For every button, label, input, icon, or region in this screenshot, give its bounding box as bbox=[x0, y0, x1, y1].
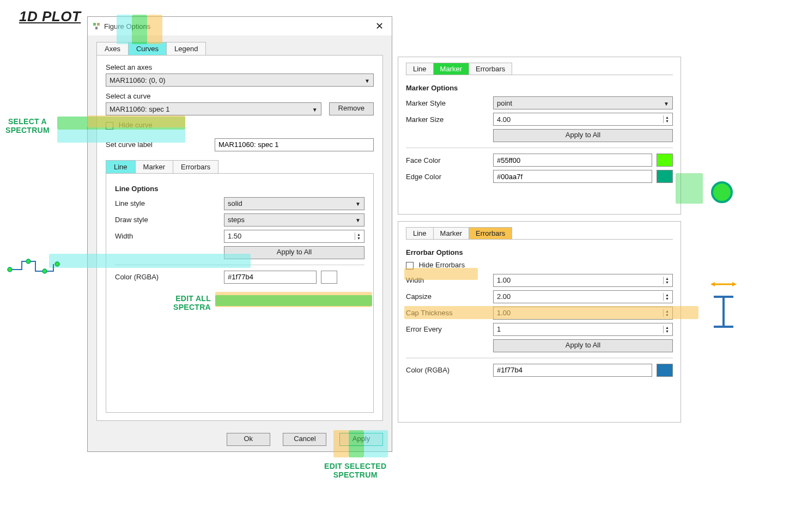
hide-errorbars-checkbox[interactable] bbox=[406, 262, 414, 270]
spinner-buttons[interactable]: ▲▼ bbox=[663, 293, 669, 301]
ok-button[interactable]: Ok bbox=[227, 433, 270, 446]
error-every-spinner[interactable]: 1 ▲▼ bbox=[493, 323, 673, 336]
line-options-heading: Line Options bbox=[115, 185, 364, 193]
line-style-dropdown[interactable]: solid bbox=[224, 197, 364, 210]
hide-curve-label: Hide curve bbox=[119, 121, 153, 129]
subtab-marker[interactable]: Marker bbox=[135, 160, 173, 173]
spinner-buttons[interactable]: ▲▼ bbox=[355, 233, 361, 240]
tab-curves-label: Curves bbox=[136, 45, 159, 53]
annotation-edit-all: EDIT ALL SPECTRA bbox=[151, 294, 211, 311]
marker-apply-all-button[interactable]: Apply to All bbox=[493, 129, 673, 142]
cancel-button[interactable]: Cancel bbox=[283, 433, 326, 446]
svg-point-7 bbox=[712, 182, 732, 202]
line-apply-all-button[interactable]: Apply to All bbox=[224, 246, 364, 259]
hide-curve-checkbox[interactable] bbox=[106, 122, 113, 130]
tab-legend[interactable]: Legend bbox=[166, 42, 206, 55]
error-color-swatch[interactable] bbox=[657, 364, 673, 377]
marker-tab-line[interactable]: Line bbox=[406, 63, 434, 75]
remove-button[interactable]: Remove bbox=[329, 102, 374, 115]
draw-style-dropdown[interactable]: steps bbox=[224, 213, 364, 227]
marker-style-label: Marker Style bbox=[406, 99, 493, 107]
figure-options-dialog: Figure Options ✕ Axes Curves Legend Sele… bbox=[87, 16, 392, 452]
set-curve-label-input[interactable] bbox=[215, 138, 374, 151]
line-options-panel: Line Options Line style solid Draw style… bbox=[106, 173, 374, 413]
select-curve-dropdown[interactable]: MAR11060: spec 1 bbox=[106, 102, 321, 115]
titlebar: Figure Options ✕ bbox=[88, 17, 392, 35]
marker-size-spinner[interactable]: 4.00 ▲▼ bbox=[493, 113, 673, 126]
chevron-down-icon bbox=[660, 99, 669, 107]
error-apply-all-button[interactable]: Apply to All bbox=[493, 339, 673, 352]
face-color-input[interactable] bbox=[493, 154, 652, 167]
line-width-label: Width bbox=[115, 232, 224, 240]
main-tabs: Axes Curves Legend bbox=[96, 41, 383, 55]
face-color-swatch[interactable] bbox=[657, 154, 673, 167]
capsize-label: Capsize bbox=[406, 292, 493, 301]
error-tab-marker[interactable]: Marker bbox=[433, 227, 469, 239]
set-curve-label-label: Set curve label bbox=[106, 140, 215, 149]
divider bbox=[115, 265, 364, 265]
chevron-down-icon bbox=[309, 105, 318, 113]
line-width-value: 1.50 bbox=[228, 232, 355, 240]
page-title: 1D PLOT bbox=[19, 8, 81, 25]
marker-options-heading: Marker Options bbox=[406, 84, 673, 92]
select-axes-value: MAR11060: (0, 0) bbox=[110, 76, 166, 84]
line-color-swatch[interactable] bbox=[321, 271, 337, 284]
marker-tab-errorbars[interactable]: Errorbars bbox=[469, 63, 512, 75]
chevron-down-icon bbox=[352, 216, 361, 224]
spinner-buttons[interactable]: ▲▼ bbox=[663, 309, 669, 317]
svg-rect-0 bbox=[93, 23, 96, 26]
svg-marker-9 bbox=[710, 282, 715, 286]
spinner-buttons[interactable]: ▲▼ bbox=[663, 326, 669, 333]
svg-point-3 bbox=[8, 267, 12, 272]
line-color-input[interactable] bbox=[224, 271, 317, 284]
tab-axes[interactable]: Axes bbox=[96, 42, 129, 55]
capthick-spinner[interactable]: 1.00 ▲▼ bbox=[493, 307, 673, 320]
dialog-footer: Ok Cancel Apply bbox=[88, 427, 392, 451]
select-axes-dropdown[interactable]: MAR11060: (0, 0) bbox=[106, 74, 374, 87]
edge-color-input[interactable] bbox=[493, 170, 652, 183]
svg-point-4 bbox=[26, 259, 31, 264]
close-icon[interactable]: ✕ bbox=[371, 20, 387, 32]
chevron-down-icon bbox=[361, 76, 370, 84]
error-color-input[interactable] bbox=[493, 364, 652, 377]
error-width-spinner[interactable]: 1.00 ▲▼ bbox=[493, 274, 673, 287]
select-curve-label: Select a curve bbox=[106, 92, 215, 100]
marker-size-value: 4.00 bbox=[497, 115, 663, 124]
line-color-label: Color (RGBA) bbox=[115, 273, 224, 281]
error-color-label: Color (RGBA) bbox=[406, 366, 493, 374]
spinner-buttons[interactable]: ▲▼ bbox=[663, 277, 669, 284]
subtab-line[interactable]: Line bbox=[106, 160, 136, 173]
line-style-value: solid bbox=[228, 199, 242, 207]
svg-rect-2 bbox=[95, 27, 98, 29]
line-style-label: Line style bbox=[115, 199, 224, 207]
curves-panel: Select an axes MAR11060: (0, 0) Select a… bbox=[96, 55, 383, 421]
error-tab-line[interactable]: Line bbox=[406, 227, 434, 239]
annotation-edit-selected: EDIT SELECTED SPECTRUM bbox=[324, 462, 386, 479]
errorbar-panel: Line Marker Errorbars Errorbar Options H… bbox=[398, 221, 681, 423]
subtab-errorbars[interactable]: Errorbars bbox=[173, 160, 218, 173]
error-width-value: 1.00 bbox=[497, 276, 663, 284]
marker-style-dropdown[interactable]: point bbox=[493, 96, 673, 109]
capsize-spinner[interactable]: 2.00 ▲▼ bbox=[493, 290, 673, 303]
marker-tab-marker[interactable]: Marker bbox=[433, 63, 469, 75]
marker-glyph-icon bbox=[708, 179, 736, 206]
capthick-value: 1.00 bbox=[497, 309, 663, 317]
error-tab-errorbars[interactable]: Errorbars bbox=[469, 227, 512, 239]
annotation-select-spectrum: SELECT A SPECTRUM bbox=[5, 117, 50, 134]
step-glyph-icon bbox=[5, 250, 60, 278]
edge-color-swatch[interactable] bbox=[657, 170, 673, 183]
edge-color-label: Edge Color bbox=[406, 173, 493, 181]
svg-rect-1 bbox=[97, 23, 100, 26]
curve-subtabs: Line Marker Errorbars bbox=[106, 159, 374, 173]
error-width-label: Width bbox=[406, 276, 493, 284]
svg-point-5 bbox=[42, 269, 47, 273]
figure-options-icon bbox=[92, 22, 101, 30]
apply-button[interactable]: Apply bbox=[339, 433, 383, 446]
errorbar-options-heading: Errorbar Options bbox=[406, 248, 673, 256]
divider bbox=[406, 358, 673, 358]
error-every-label: Error Every bbox=[406, 325, 493, 333]
tab-curves[interactable]: Curves bbox=[128, 42, 167, 55]
svg-marker-10 bbox=[732, 282, 737, 286]
spinner-buttons[interactable]: ▲▼ bbox=[663, 115, 669, 123]
line-width-spinner[interactable]: 1.50 ▲▼ bbox=[224, 230, 364, 243]
